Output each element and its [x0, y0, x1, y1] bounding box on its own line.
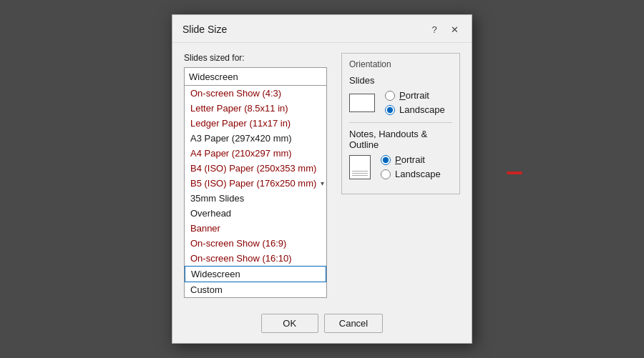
notes-portrait-icon	[349, 155, 371, 179]
orientation-group: Orientation Slides Portrait Landscape	[341, 53, 460, 194]
notes-orientation-row: Portrait Landscape	[349, 154, 452, 179]
slides-landscape-option[interactable]: Landscape	[385, 104, 445, 115]
list-item-4[interactable]: A4 Paper (210x297 mm)	[185, 146, 326, 161]
slides-section-label: Slides	[349, 75, 452, 86]
list-item-8[interactable]: Overhead	[185, 206, 326, 221]
ok-button[interactable]: OK	[261, 314, 318, 333]
slides-landscape-label: Landscape	[399, 104, 445, 115]
slides-orientation-row: Portrait Landscape	[349, 90, 452, 115]
help-button[interactable]: ?	[427, 22, 441, 36]
slides-portrait-radio[interactable]	[385, 91, 395, 101]
right-panel: Orientation Slides Portrait Landscape	[341, 53, 460, 304]
list-item-7[interactable]: 35mm Slides	[185, 191, 326, 206]
dropdown-selected-value[interactable]: Widescreen	[184, 67, 327, 86]
list-item-custom[interactable]: Custom	[185, 282, 326, 297]
landscape-slide-icon	[349, 94, 375, 112]
dialog-title-icons: ? ✕	[427, 22, 462, 36]
list-item-9[interactable]: Banner	[185, 221, 326, 236]
close-button[interactable]: ✕	[447, 22, 462, 36]
notes-portrait-radio[interactable]	[381, 155, 391, 165]
list-item-10[interactable]: On-screen Show (16:9)	[185, 236, 326, 251]
list-item-11[interactable]: On-screen Show (16:10)	[185, 251, 326, 266]
dialog-footer: OK Cancel	[172, 304, 472, 343]
notes-landscape-radio[interactable]	[381, 169, 391, 179]
notes-radio-group: Portrait Landscape	[381, 154, 441, 179]
left-panel: Slides sized for: Widescreen ▾ On-screen…	[184, 53, 327, 304]
list-item-3[interactable]: A3 Paper (297x420 mm)	[185, 131, 326, 146]
slides-sized-for-label: Slides sized for:	[184, 53, 327, 63]
slides-radio-group: Portrait Landscape	[385, 90, 445, 115]
cancel-button[interactable]: Cancel	[324, 314, 383, 333]
notes-portrait-option[interactable]: Portrait	[381, 154, 441, 165]
dialog-body: Slides sized for: Widescreen ▾ On-screen…	[172, 43, 472, 304]
dialog-title: Slide Size	[182, 24, 227, 35]
list-item-widescreen[interactable]: Widescreen	[185, 266, 326, 282]
list-item-5[interactable]: B4 (ISO) Paper (250x353 mm)	[185, 161, 326, 176]
list-item-1[interactable]: Letter Paper (8.5x11 in)	[185, 101, 326, 116]
list-item-6[interactable]: B5 (ISO) Paper (176x250 mm)	[185, 176, 326, 191]
orientation-divider	[349, 122, 452, 123]
slides-portrait-label: Portrait	[399, 90, 429, 101]
decoration-dash	[507, 171, 522, 174]
notes-portrait-label: Portrait	[395, 154, 425, 165]
notes-landscape-option[interactable]: Landscape	[381, 169, 441, 179]
dialog-title-bar: Slide Size ? ✕	[172, 15, 472, 43]
list-item-2[interactable]: Ledger Paper (11x17 in)	[185, 116, 326, 131]
slides-sized-for-dropdown[interactable]: Widescreen ▾ On-screen Show (4:3) Letter…	[184, 67, 327, 298]
slides-portrait-option[interactable]: Portrait	[385, 90, 445, 101]
slides-landscape-radio[interactable]	[385, 105, 395, 115]
dropdown-list: On-screen Show (4:3) Letter Paper (8.5x1…	[184, 86, 327, 298]
notes-section-label: Notes, Handouts & Outline	[349, 129, 452, 150]
list-item-0[interactable]: On-screen Show (4:3)	[185, 86, 326, 101]
notes-section: Notes, Handouts & Outline Portrait Lands…	[349, 129, 452, 179]
notes-landscape-label: Landscape	[395, 169, 441, 179]
orientation-title: Orientation	[349, 59, 452, 69]
slide-size-dialog: Slide Size ? ✕ Slides sized for: Widescr…	[172, 14, 472, 344]
